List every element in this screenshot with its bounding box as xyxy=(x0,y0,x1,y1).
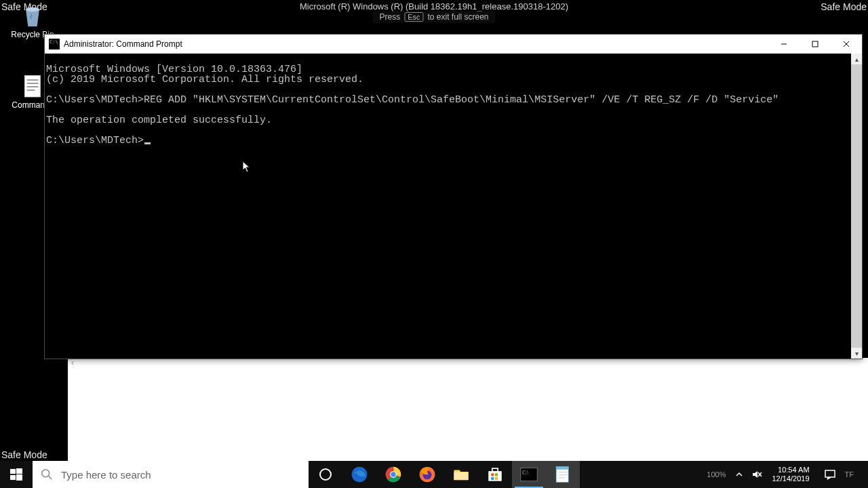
svg-text:C:\: C:\ xyxy=(522,470,529,476)
recycle-bin-glyph xyxy=(19,3,46,30)
safe-mode-bottom-left: Safe Mode xyxy=(1,449,47,460)
taskbar[interactable]: Type here to search xyxy=(0,461,868,488)
cmd-title: Administrator: Command Prompt xyxy=(64,39,768,49)
cortana-button[interactable] xyxy=(309,461,342,488)
start-button[interactable] xyxy=(0,461,33,488)
firefox-icon xyxy=(418,466,436,483)
store-icon xyxy=(486,466,504,483)
svg-rect-23 xyxy=(454,472,468,480)
svg-rect-11 xyxy=(16,468,22,474)
maximize-button[interactable] xyxy=(800,35,831,54)
taskbar-notepad[interactable] xyxy=(546,461,580,488)
scroll-track[interactable] xyxy=(851,64,862,348)
svg-line-15 xyxy=(49,476,52,480)
cmd-copyright-line: (c) 2019 Microsoft Corporation. All righ… xyxy=(46,75,850,85)
volume-muted-icon xyxy=(751,469,762,480)
desktop[interactable]: Safe Mode Safe Mode Safe Mode Microsoft … xyxy=(0,0,868,488)
minimize-button[interactable] xyxy=(768,35,800,54)
scroll-up-icon[interactable]: ▴ xyxy=(851,54,862,64)
svg-rect-33 xyxy=(556,467,568,470)
cmd-icon: C:\ xyxy=(520,467,538,482)
chrome-icon xyxy=(384,466,402,483)
svg-rect-12 xyxy=(10,475,16,480)
cmd-icon xyxy=(49,39,60,49)
svg-point-0 xyxy=(26,7,39,12)
search-placeholder: Type here to search xyxy=(61,469,151,481)
cmd-prompt-line[interactable]: C:\Users\MDTech> xyxy=(46,136,850,146)
svg-rect-28 xyxy=(491,477,494,480)
windows-logo-icon xyxy=(10,468,22,481)
svg-rect-13 xyxy=(16,474,22,481)
circle-icon xyxy=(319,468,332,481)
fullscreen-hint: Press Esc to exit full screen xyxy=(372,11,495,23)
svg-rect-25 xyxy=(492,468,498,472)
cmd-result-line: The operation completed successfully. xyxy=(46,115,850,125)
tray-zoom: 100% xyxy=(707,470,730,479)
text-doc-glyph xyxy=(19,73,46,100)
build-label: Microsoft (R) Windows (R) (Build 18362.1… xyxy=(300,1,568,12)
cmd-command-line: C:\Users\MDTech>REG ADD "HKLM\SYSTEM\Cur… xyxy=(46,95,850,105)
svg-rect-39 xyxy=(825,470,835,477)
close-button[interactable] xyxy=(831,35,862,54)
svg-rect-26 xyxy=(491,473,494,476)
cmd-scrollbar[interactable]: ▴ ▾ xyxy=(851,54,862,359)
system-tray[interactable]: 100% 10:54 AM 12/14/2019 xyxy=(707,461,868,488)
tray-date: 12/14/2019 xyxy=(772,474,809,483)
tray-notifications[interactable] xyxy=(816,468,844,481)
task-icons: C:\ xyxy=(309,461,580,488)
svg-point-16 xyxy=(320,469,331,480)
tray-chevron-up[interactable] xyxy=(731,461,747,488)
notepad-icon xyxy=(555,466,571,483)
taskbar-firefox[interactable] xyxy=(410,461,444,488)
fullscreen-hint-post: to exit full screen xyxy=(427,12,488,22)
svg-rect-29 xyxy=(495,477,498,480)
notification-icon xyxy=(824,468,836,481)
cmd-body[interactable]: Microsoft Windows [Version 10.0.18363.47… xyxy=(45,54,862,359)
taskbar-file-explorer[interactable] xyxy=(444,461,478,488)
scroll-left-icon[interactable]: ‹ xyxy=(68,358,77,367)
background-window[interactable]: ‹ xyxy=(68,358,868,462)
taskbar-cmd[interactable]: C:\ xyxy=(512,461,546,488)
svg-point-20 xyxy=(391,472,395,476)
text-cursor-icon xyxy=(144,142,151,144)
taskbar-chrome[interactable] xyxy=(376,461,410,488)
command-prompt-window[interactable]: Administrator: Command Prompt Microsoft … xyxy=(44,34,863,359)
scroll-down-icon[interactable]: ▾ xyxy=(851,348,862,359)
chevron-up-icon xyxy=(736,471,743,478)
tray-clock[interactable]: 10:54 AM 12/14/2019 xyxy=(766,466,814,483)
fullscreen-hint-pre: Press xyxy=(379,12,400,22)
svg-point-14 xyxy=(42,470,50,477)
cmd-version-line: Microsoft Windows [Version 10.0.18363.47… xyxy=(46,64,850,75)
tray-volume[interactable] xyxy=(749,461,765,488)
search-icon xyxy=(41,468,53,481)
cmd-titlebar[interactable]: Administrator: Command Prompt xyxy=(45,35,862,54)
cmd-text-area[interactable]: Microsoft Windows [Version 10.0.18363.47… xyxy=(45,54,851,359)
scroll-thumb[interactable] xyxy=(851,64,862,348)
edge-icon xyxy=(351,466,368,483)
esc-key-icon: Esc xyxy=(404,12,423,22)
svg-rect-27 xyxy=(495,473,498,476)
folder-icon xyxy=(452,466,470,483)
taskbar-ms-store[interactable] xyxy=(478,461,512,488)
svg-rect-7 xyxy=(812,41,818,47)
safe-mode-top-right: Safe Mode xyxy=(821,1,867,12)
taskbar-edge[interactable] xyxy=(342,461,376,488)
svg-rect-10 xyxy=(10,469,16,474)
tray-right-text: TF xyxy=(845,470,858,479)
tray-time: 10:54 AM xyxy=(778,466,809,474)
search-box[interactable]: Type here to search xyxy=(33,461,309,488)
